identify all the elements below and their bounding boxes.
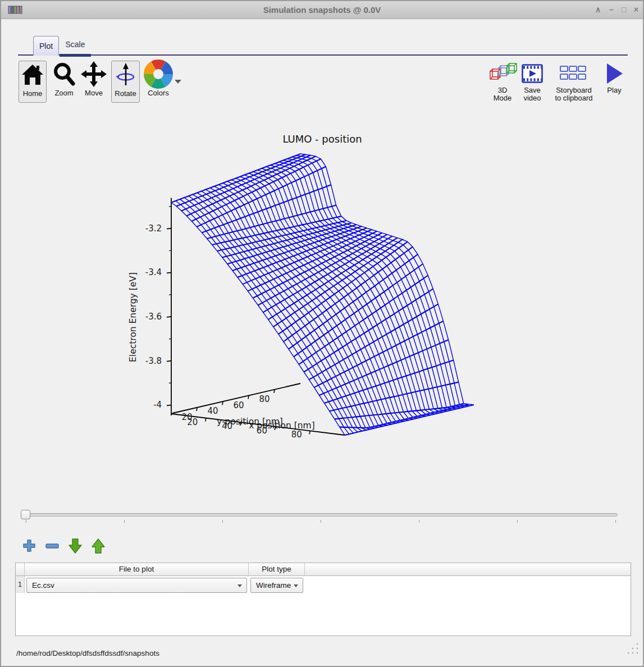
plot-type-column-header[interactable]: Plot type	[249, 563, 305, 576]
storyboard-icon	[560, 61, 588, 86]
3d-mode-icon	[488, 61, 517, 86]
snapshot-slider-handle[interactable]	[21, 510, 30, 519]
slider-tick	[419, 520, 419, 523]
play-label-line1: Play	[607, 86, 621, 94]
wireframe-mesh	[171, 154, 474, 435]
chevron-down-icon	[294, 584, 298, 587]
empty-column-header	[305, 563, 631, 576]
resize-grip[interactable]	[625, 641, 640, 656]
svg-text:60: 60	[257, 426, 267, 436]
minus-icon	[45, 539, 59, 552]
rotate-button[interactable]: Rotate	[111, 61, 140, 103]
file-to-plot-value: Ec.csv	[32, 581, 54, 590]
zoom-button[interactable]: Zoom	[49, 61, 79, 103]
move-icon	[81, 61, 107, 88]
minimize-button[interactable]: –	[606, 1, 616, 19]
shade-button[interactable]: ∧	[593, 1, 603, 19]
storyboard-label-line2: to clipboard	[555, 94, 592, 102]
save-video-icon	[522, 61, 543, 86]
play-button[interactable]: Play	[601, 61, 628, 104]
tab-rule	[18, 54, 628, 56]
zoom-label: Zoom	[54, 89, 73, 97]
tab-plot[interactable]: Plot	[33, 36, 59, 56]
row-number-header	[16, 563, 25, 576]
home-button[interactable]: Home	[19, 61, 47, 103]
svg-text:-3.8: -3.8	[145, 356, 162, 366]
save-video-label-line1: Save	[523, 86, 541, 94]
z-axis-title: Electron Energy [eV]	[128, 272, 138, 362]
app-window: Simulation snapshots @ 0.0V ∧ – □ × Plot…	[0, 0, 644, 667]
move-button[interactable]: Move	[80, 61, 107, 103]
storyboard-button[interactable]: Storyboard to clipboard	[549, 61, 599, 104]
svg-text:80: 80	[291, 430, 302, 440]
chart-title: LUMO - position	[282, 133, 362, 145]
chevron-down-icon	[237, 584, 242, 587]
svg-text:-4: -4	[153, 400, 162, 410]
svg-text:20: 20	[181, 412, 192, 422]
status-path: /home/rod/Desktop/dfsdsffdssdf/snapshots	[16, 647, 159, 660]
svg-text:40: 40	[207, 406, 218, 416]
slider-tick	[26, 520, 26, 523]
svg-text:-3.4: -3.4	[145, 267, 162, 277]
save-video-label-line2: video	[523, 94, 541, 102]
snapshot-slider-track[interactable]	[22, 513, 618, 517]
plot-type-select[interactable]: Wireframe	[250, 578, 303, 593]
plot-type-value: Wireframe	[256, 581, 291, 590]
maximize-button[interactable]: □	[619, 1, 629, 19]
colors-icon	[143, 61, 173, 88]
add-row-button[interactable]	[22, 538, 36, 554]
colors-button[interactable]: Colors	[142, 61, 175, 103]
zoom-icon	[52, 61, 76, 88]
svg-text:40: 40	[222, 421, 232, 431]
arrow-down-icon	[68, 538, 83, 554]
svg-text:60: 60	[233, 400, 244, 410]
files-table: File to plot Plot type 1 Ec.csv Wirefram…	[15, 563, 631, 636]
tab-scale-underline	[60, 54, 91, 57]
move-row-down-button[interactable]	[68, 538, 83, 554]
title-bar[interactable]: Simulation snapshots @ 0.0V ∧ – □ ×	[1, 1, 643, 19]
play-icon	[605, 61, 624, 86]
rotate-icon	[113, 61, 138, 88]
move-row-up-button[interactable]	[91, 538, 106, 554]
slider-tick	[124, 520, 125, 523]
home-label: Home	[23, 89, 43, 98]
slider-tick	[615, 520, 616, 523]
window-title: Simulation snapshots @ 0.0V	[1, 1, 643, 19]
close-button[interactable]: ×	[631, 1, 641, 19]
file-to-plot-select[interactable]: Ec.csv	[26, 578, 247, 593]
remove-row-button[interactable]	[45, 538, 60, 554]
colors-label: Colors	[148, 89, 169, 97]
row-number: 1	[16, 576, 25, 593]
slider-tick	[517, 520, 518, 523]
home-icon	[21, 61, 44, 88]
move-label: Move	[85, 89, 103, 97]
3d-mode-label-line2: Mode	[494, 94, 512, 102]
svg-text:-3.6: -3.6	[145, 312, 162, 322]
save-video-button[interactable]: Save video	[518, 61, 547, 104]
arrow-up-icon	[91, 538, 106, 554]
slider-tick	[222, 520, 223, 523]
3d-mode-label-line1: 3D	[494, 86, 512, 94]
plus-icon	[22, 539, 36, 552]
slider-tick	[321, 520, 321, 523]
3d-mode-button[interactable]: 3D Mode	[487, 61, 518, 104]
plot-3d-canvas[interactable]: LUMO - position Electron Energy [eV] y-p…	[102, 116, 641, 509]
file-column-header[interactable]: File to plot	[25, 563, 249, 576]
svg-text:-3.2: -3.2	[145, 223, 162, 234]
colors-dropdown-caret[interactable]	[174, 79, 182, 84]
svg-text:80: 80	[259, 394, 270, 404]
storyboard-label-line1: Storyboard	[555, 86, 592, 94]
tab-scale[interactable]: Scale	[60, 36, 91, 53]
rotate-label: Rotate	[115, 89, 136, 98]
